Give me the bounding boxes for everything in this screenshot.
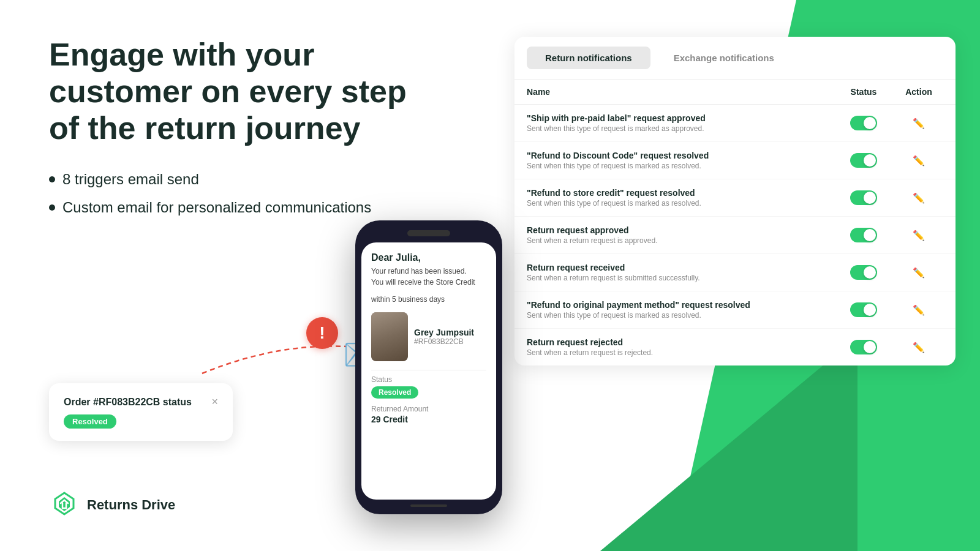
phone-body: Dear Julia, Your refund has been issued.…	[355, 220, 502, 514]
row-content-2: "Refund to Discount Code" request resolv…	[527, 151, 833, 170]
bullet-item-1: 8 triggers email send	[49, 171, 441, 188]
action-cell-2: ✏️	[894, 155, 943, 167]
row-desc-6: Sent when this type of request is marked…	[527, 311, 833, 320]
table-row: Return request received Sent when a retu…	[514, 254, 956, 291]
table-row: Return request approved Sent when a retu…	[514, 217, 956, 254]
toggle-knob-6	[864, 304, 876, 316]
toggle-knob-1	[864, 117, 876, 129]
action-cell-3: ✏️	[894, 192, 943, 204]
table-row: "Ship with pre-paid label" request appro…	[514, 105, 956, 142]
bullet-text-1: 8 triggers email send	[62, 171, 199, 188]
edit-button-6[interactable]: ✏️	[913, 304, 925, 316]
phone-message2: You will receive the Store Credit	[371, 278, 486, 287]
product-image	[371, 312, 408, 361]
product-name: Grey Jumpsuit	[414, 328, 474, 337]
row-name-1: "Ship with pre-paid label" request appro…	[527, 113, 833, 123]
table-row: "Refund to Discount Code" request resolv…	[514, 142, 956, 179]
table-row: "Refund to store credit" request resolve…	[514, 179, 956, 217]
right-panel: Return notifications Exchange notificati…	[478, 0, 980, 551]
toggle-knob-4	[864, 229, 876, 241]
resolved-badge: Resolved	[64, 414, 116, 429]
toggle-knob-3	[864, 192, 876, 204]
phone-amount-label: Returned Amount	[371, 405, 486, 413]
table-row: "Refund to original payment method" requ…	[514, 291, 956, 329]
phone-notch	[407, 230, 450, 236]
phone-mockup: Dear Julia, Your refund has been issued.…	[355, 220, 502, 514]
toggle-knob-7	[864, 341, 876, 353]
toggle-4[interactable]	[850, 228, 877, 242]
row-content-1: "Ship with pre-paid label" request appro…	[527, 113, 833, 133]
edit-button-4[interactable]: ✏️	[913, 230, 925, 241]
header-name: Name	[527, 87, 833, 97]
toggle-5[interactable]	[850, 265, 877, 280]
notifications-card: Return notifications Exchange notificati…	[514, 37, 956, 365]
bullet-text-2: Custom email for personalized communicat…	[62, 199, 371, 216]
product-figure	[371, 312, 408, 361]
phone-amount-value: 29 Credit	[371, 414, 486, 424]
main-heading: Engage with your customer on every step …	[49, 37, 441, 146]
row-name-2: "Refund to Discount Code" request resolv…	[527, 151, 833, 160]
row-desc-7: Sent when a return request is rejected.	[527, 348, 833, 357]
table-row: Return request rejected Sent when a retu…	[514, 329, 956, 365]
edit-button-2[interactable]: ✏️	[913, 155, 925, 167]
toggle-1[interactable]	[850, 116, 877, 130]
tab-return-notifications[interactable]: Return notifications	[527, 47, 650, 69]
action-cell-7: ✏️	[894, 342, 943, 353]
order-card-title: Order #RF083B22CB status	[64, 397, 192, 408]
row-desc-2: Sent when this type of request is marked…	[527, 162, 833, 170]
header-action: Action	[894, 87, 943, 97]
row-content-7: Return request rejected Sent when a retu…	[527, 337, 833, 357]
edit-button-5[interactable]: ✏️	[913, 267, 925, 279]
row-name-4: Return request approved	[527, 225, 833, 235]
edit-button-1[interactable]: ✏️	[913, 118, 925, 129]
phone-status-badge: Resolved	[371, 386, 418, 399]
action-cell-5: ✏️	[894, 267, 943, 279]
toggle-knob-2	[864, 154, 876, 167]
toggle-cell-6	[833, 302, 894, 317]
row-desc-5: Sent when a return request is submitted …	[527, 274, 833, 282]
toggle-2[interactable]	[850, 153, 877, 168]
row-name-3: "Refund to store credit" request resolve…	[527, 188, 833, 198]
alert-icon: !	[306, 317, 338, 349]
close-icon[interactable]: ×	[211, 395, 218, 408]
order-card: Order #RF083B22CB status × Resolved	[49, 383, 233, 441]
bullet-item-2: Custom email for personalized communicat…	[49, 199, 441, 216]
bullet-list: 8 triggers email send Custom email for p…	[49, 171, 441, 227]
toggle-cell-1	[833, 116, 894, 130]
left-panel: Engage with your customer on every step …	[0, 0, 478, 551]
row-desc-4: Sent when a return request is approved.	[527, 236, 833, 245]
edit-button-7[interactable]: ✏️	[913, 342, 925, 353]
row-desc-1: Sent when this type of request is marked…	[527, 124, 833, 133]
header-status: Status	[833, 87, 894, 97]
order-card-header: Order #RF083B22CB status ×	[64, 395, 218, 408]
toggle-3[interactable]	[850, 190, 877, 205]
phone-greeting: Dear Julia,	[371, 252, 486, 263]
logo-text: Returns Drive	[87, 497, 175, 513]
edit-button-3[interactable]: ✏️	[913, 192, 925, 204]
product-info: Grey Jumpsuit #RF083B22CB	[414, 328, 474, 346]
action-cell-1: ✏️	[894, 118, 943, 129]
row-content-4: Return request approved Sent when a retu…	[527, 225, 833, 245]
bullet-dot-1	[49, 176, 55, 182]
phone-product: Grey Jumpsuit #RF083B22CB	[371, 312, 486, 361]
tab-exchange-notifications[interactable]: Exchange notifications	[655, 47, 793, 69]
phone-divider	[371, 370, 486, 370]
row-name-5: Return request received	[527, 263, 833, 272]
toggle-6[interactable]	[850, 302, 877, 317]
toggle-cell-4	[833, 228, 894, 242]
row-content-3: "Refund to store credit" request resolve…	[527, 188, 833, 208]
row-content-5: Return request received Sent when a retu…	[527, 263, 833, 282]
phone-status-label: Status	[371, 375, 486, 384]
toggle-cell-5	[833, 265, 894, 280]
row-desc-3: Sent when this type of request is marked…	[527, 199, 833, 208]
action-cell-4: ✏️	[894, 230, 943, 241]
toggle-7[interactable]	[850, 340, 877, 354]
bullet-dot-2	[49, 204, 55, 211]
logo: Returns Drive	[49, 490, 175, 520]
row-name-7: Return request rejected	[527, 337, 833, 347]
toggle-cell-7	[833, 340, 894, 354]
logo-icon	[49, 490, 80, 520]
phone-screen: Dear Julia, Your refund has been issued.…	[361, 242, 496, 500]
product-sku: #RF083B22CB	[414, 337, 474, 346]
toggle-cell-2	[833, 153, 894, 168]
